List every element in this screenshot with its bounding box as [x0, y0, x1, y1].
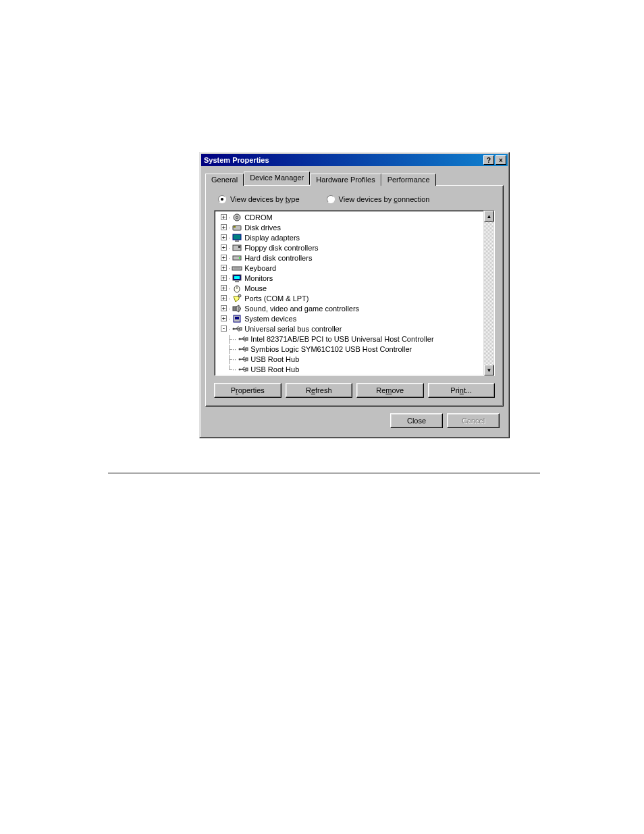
monitor-icon [232, 273, 242, 283]
usb-icon [238, 365, 248, 374]
view-mode-radios: View devices by type View devices by con… [214, 192, 495, 210]
expander-icon[interactable]: + [221, 285, 227, 291]
tree-node-label: Keyboard [244, 264, 276, 272]
tree-node[interactable]: └··USB Root Hub [219, 364, 482, 374]
scroll-track[interactable] [484, 221, 494, 365]
tree-node[interactable]: +·Mouse [219, 283, 482, 293]
chevron-up-icon: ▲ [487, 213, 492, 219]
tree-node-label: Monitors [244, 274, 273, 282]
keyboard-icon [232, 263, 242, 273]
usb-icon [238, 344, 248, 354]
expander-icon[interactable]: + [221, 255, 227, 261]
disk-icon [232, 223, 242, 232]
remove-button[interactable]: Remove [356, 383, 424, 398]
device-tree[interactable]: +·CDROM +·Disk drives +·Display adapters… [215, 211, 483, 375]
tab-general[interactable]: General [205, 174, 244, 186]
tree-node-label: Hard disk controllers [244, 254, 312, 262]
tab-label: Device Manager [250, 174, 304, 182]
expander-icon[interactable]: + [221, 234, 227, 240]
chevron-down-icon: ▼ [487, 367, 492, 373]
tree-node[interactable]: -·Universal serial bus controller [219, 323, 482, 334]
cancel-button: Cancel [447, 413, 500, 428]
tab-label: General [211, 176, 238, 184]
close-dialog-button[interactable]: Close [390, 413, 443, 428]
usb-icon [232, 324, 242, 334]
tree-node-label: USB Root Hub [250, 365, 299, 373]
tabstrip: General Device Manager Hardware Profiles… [205, 172, 504, 185]
dialog-button-row: Close Cancel [205, 407, 504, 431]
tab-label: Performance [387, 176, 430, 184]
scrollbar[interactable]: ▲ ▼ [483, 211, 494, 375]
tree-node[interactable]: ├··USB Root Hub [219, 354, 482, 364]
device-tree-container: +·CDROM +·Disk drives +·Display adapters… [214, 210, 495, 376]
tree-node[interactable]: +·Ports (COM & LPT) [219, 293, 482, 303]
tab-device-manager[interactable]: Device Manager [244, 172, 310, 185]
sound-icon [232, 304, 242, 313]
button-label: Cancel [462, 417, 485, 425]
print-button[interactable]: Print... [428, 383, 495, 398]
radio-label: View devices by connection [339, 195, 430, 203]
tree-node-label: Sound, video and game controllers [244, 305, 359, 313]
tab-hardware-profiles[interactable]: Hardware Profiles [310, 174, 381, 186]
radio-icon [218, 195, 226, 203]
button-label: Close [407, 417, 426, 425]
mouse-icon [232, 284, 242, 293]
tree-node-label: Mouse [244, 284, 267, 292]
tree-node[interactable]: ├··Symbios Logic SYM61C102 USB Host Cont… [219, 344, 482, 354]
tree-node[interactable]: +·Disk drives [219, 222, 482, 232]
expander-icon[interactable]: + [221, 244, 227, 251]
expander-icon[interactable]: + [221, 214, 227, 220]
tree-node-label: Intel 82371AB/EB PCI to USB Universal Ho… [250, 335, 433, 343]
expander-icon[interactable]: - [221, 325, 227, 332]
tree-node[interactable]: +·Floppy disk controllers [219, 242, 482, 253]
tree-node-label: USB Root Hub [250, 355, 299, 363]
tree-node-label: Symbios Logic SYM61C102 USB Host Control… [250, 345, 412, 353]
tree-node-label: CDROM [244, 213, 273, 221]
expander-icon[interactable]: + [221, 305, 227, 311]
scroll-up-button[interactable]: ▲ [484, 211, 494, 221]
display-icon [232, 233, 242, 242]
close-icon: × [499, 157, 503, 164]
tree-node-label: Disk drives [244, 224, 281, 232]
expander-icon[interactable]: + [221, 315, 227, 321]
tree-node-label: Floppy disk controllers [244, 244, 318, 252]
window-title: System Properties [204, 156, 482, 164]
radio-view-by-type[interactable]: View devices by type [218, 195, 300, 203]
radio-label: View devices by type [230, 195, 300, 203]
tree-node-label: System devices [244, 315, 296, 323]
expander-icon[interactable]: + [221, 295, 227, 301]
tab-panel: View devices by type View devices by con… [205, 185, 504, 407]
system-properties-dialog: System Properties ? × General Device Man… [199, 152, 510, 438]
tab-performance[interactable]: Performance [381, 174, 436, 186]
titlebar: System Properties ? × [201, 154, 508, 166]
tree-node-label: Universal serial bus controller [244, 325, 342, 333]
usb-icon [238, 334, 248, 344]
tree-node[interactable]: +·CDROM [219, 212, 482, 222]
radio-icon [327, 195, 335, 203]
tree-node[interactable]: +·Monitors [219, 273, 482, 283]
scroll-down-button[interactable]: ▼ [484, 365, 494, 375]
page-divider [108, 473, 540, 473]
help-icon: ? [487, 157, 491, 164]
ports-icon [232, 294, 242, 303]
radio-view-by-connection[interactable]: View devices by connection [327, 195, 430, 203]
tree-node[interactable]: +·Hard disk controllers [219, 253, 482, 263]
floppy-icon [232, 243, 242, 253]
refresh-button[interactable]: Refresh [286, 383, 353, 398]
tree-node[interactable]: +·Display adapters [219, 232, 482, 242]
tree-node[interactable]: +·System devices [219, 313, 482, 323]
tree-node[interactable]: +·Keyboard [219, 263, 482, 273]
tab-label: Hardware Profiles [316, 176, 375, 184]
expander-icon[interactable]: + [221, 265, 227, 271]
system-icon [232, 314, 242, 323]
properties-button[interactable]: Properties [214, 383, 281, 398]
expander-icon[interactable]: + [221, 275, 227, 281]
tree-node[interactable]: +·Sound, video and game controllers [219, 303, 482, 313]
tree-node-label: Ports (COM & LPT) [244, 294, 308, 303]
cdrom-icon [232, 213, 242, 222]
close-button[interactable]: × [495, 155, 506, 165]
hdd-icon [232, 253, 242, 263]
help-button[interactable]: ? [483, 155, 494, 165]
tree-node[interactable]: ├··Intel 82371AB/EB PCI to USB Universal… [219, 334, 482, 344]
expander-icon[interactable]: + [221, 224, 227, 230]
